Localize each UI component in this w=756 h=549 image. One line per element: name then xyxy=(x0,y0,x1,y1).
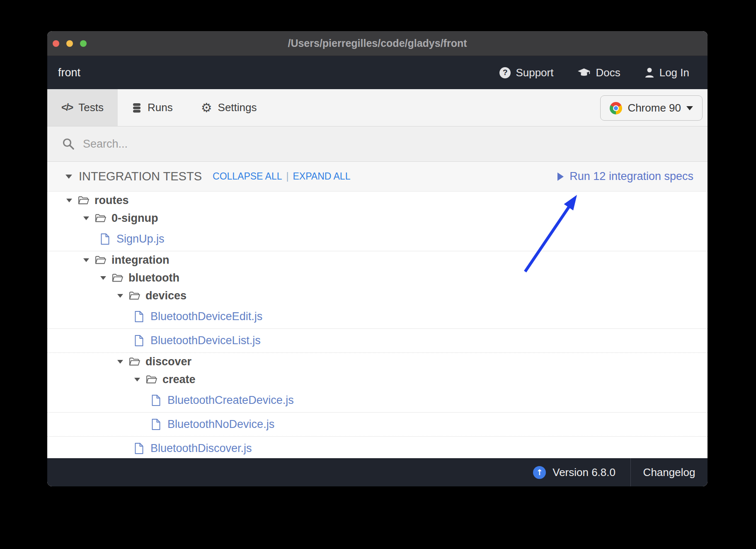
version-label: Version 6.8.0 xyxy=(552,466,615,479)
open-folder-icon xyxy=(78,196,89,205)
play-icon xyxy=(557,172,564,181)
app-navbar: front ? Support Docs xyxy=(47,56,708,89)
folder-caret-icon xyxy=(83,216,89,220)
docs-link[interactable]: Docs xyxy=(577,66,620,79)
search-icon xyxy=(62,138,75,150)
database-icon xyxy=(132,102,142,114)
tree-spec-BluetoothDiscover.js[interactable]: BluetoothDiscover.js xyxy=(47,437,708,458)
expand-all-link[interactable]: EXPAND ALL xyxy=(293,171,351,182)
spec-file-icon xyxy=(134,335,144,347)
spec-file-icon xyxy=(134,442,144,454)
spec-tree: routes 0-signup SignUp.js integration xyxy=(47,192,708,458)
chrome-icon xyxy=(610,102,622,114)
browser-selector[interactable]: Chrome 90 xyxy=(600,95,703,121)
tree-spec-BluetoothNoDevice.js[interactable]: BluetoothNoDevice.js xyxy=(47,413,708,437)
graduation-cap-icon xyxy=(577,68,591,77)
spec-file-name: BluetoothDeviceList.js xyxy=(150,334,261,347)
folder-name: integration xyxy=(111,254,170,267)
folder-caret-icon xyxy=(117,294,123,298)
spec-file-icon xyxy=(100,233,110,245)
project-name: front xyxy=(58,66,80,79)
tab-bar: </> Tests Runs ⚙ Settings Chro xyxy=(47,89,708,126)
tree-folder-create[interactable]: create xyxy=(47,371,708,389)
update-arrow-icon: ↑ xyxy=(533,466,546,479)
folder-caret-icon xyxy=(117,360,123,364)
open-folder-icon xyxy=(95,256,106,265)
tree-folder-devices[interactable]: devices xyxy=(47,287,708,305)
tree-spec-BluetoothCreateDevice.js[interactable]: BluetoothCreateDevice.js xyxy=(47,389,708,413)
browser-selector-label: Chrome 90 xyxy=(628,102,681,114)
folder-caret-icon xyxy=(66,199,72,202)
folder-name: discover xyxy=(145,355,191,368)
section-collapse-caret-icon[interactable] xyxy=(65,175,72,179)
minimize-window-button[interactable] xyxy=(66,40,73,47)
tab-runs-label: Runs xyxy=(148,101,173,114)
open-folder-icon xyxy=(146,375,157,384)
tab-tests-label: Tests xyxy=(78,101,104,114)
folder-caret-icon xyxy=(100,276,106,280)
login-label: Log In xyxy=(659,66,689,79)
open-folder-icon xyxy=(129,292,140,300)
open-folder-icon xyxy=(129,357,140,366)
docs-label: Docs xyxy=(596,66,620,79)
spec-file-name: BluetoothDeviceEdit.js xyxy=(150,310,262,323)
tab-tests[interactable]: </> Tests xyxy=(47,89,118,126)
tree-folder-integration[interactable]: integration xyxy=(47,251,708,269)
tree-spec-BluetoothDeviceEdit.js[interactable]: BluetoothDeviceEdit.js xyxy=(47,305,708,329)
close-window-button[interactable] xyxy=(53,40,59,47)
app-footer: ↑ Version 6.8.0 Changelog xyxy=(47,458,708,486)
spec-section-title: INTEGRATION TESTS xyxy=(79,170,202,183)
version-button[interactable]: ↑ Version 6.8.0 xyxy=(533,466,615,479)
user-icon xyxy=(645,67,654,78)
window-title: /Users/pierregilles/code/gladys/front xyxy=(47,37,708,49)
navbar-links: ? Support Docs xyxy=(499,66,689,79)
spec-file-icon xyxy=(151,394,161,406)
folder-name: 0-signup xyxy=(111,212,158,225)
folder-name: create xyxy=(162,373,196,386)
desktop-background: /Users/pierregilles/code/gladys/front fr… xyxy=(0,0,756,549)
spec-file-name: BluetoothDiscover.js xyxy=(150,442,252,455)
open-folder-icon xyxy=(95,214,106,223)
search-input[interactable] xyxy=(83,138,693,151)
tree-folder-discover[interactable]: discover xyxy=(47,353,708,371)
folder-name: routes xyxy=(94,194,129,207)
search-bar xyxy=(47,126,708,162)
support-link[interactable]: ? Support xyxy=(499,66,553,79)
tab-settings[interactable]: ⚙ Settings xyxy=(187,89,271,126)
spec-file-name: BluetoothCreateDevice.js xyxy=(167,394,294,407)
link-separator: | xyxy=(286,171,289,182)
spec-section-header: INTEGRATION TESTS COLLAPSE ALL | EXPAND … xyxy=(47,162,708,192)
spec-file-icon xyxy=(134,311,144,323)
traffic-lights xyxy=(53,31,87,56)
folder-caret-icon xyxy=(83,258,89,262)
folder-name: devices xyxy=(145,289,187,302)
changelog-label: Changelog xyxy=(643,466,695,479)
tree-spec-SignUp.js[interactable]: SignUp.js xyxy=(47,227,708,251)
tree-spec-BluetoothDeviceList.js[interactable]: BluetoothDeviceList.js xyxy=(47,329,708,353)
code-icon: </> xyxy=(61,102,73,113)
tree-folder-0-signup[interactable]: 0-signup xyxy=(47,209,708,227)
tree-folder-bluetooth[interactable]: bluetooth xyxy=(47,269,708,287)
open-folder-icon xyxy=(112,274,123,282)
tree-folder-routes[interactable]: routes xyxy=(47,192,708,209)
tab-runs[interactable]: Runs xyxy=(118,89,187,126)
support-label: Support xyxy=(516,66,553,79)
login-link[interactable]: Log In xyxy=(645,66,689,79)
zoom-window-button[interactable] xyxy=(80,40,87,47)
folder-name: bluetooth xyxy=(128,272,179,284)
changelog-button[interactable]: Changelog xyxy=(630,458,708,486)
chevron-down-icon xyxy=(686,106,693,110)
gear-icon: ⚙ xyxy=(201,102,212,114)
spec-file-name: BluetoothNoDevice.js xyxy=(167,418,274,431)
app-window: /Users/pierregilles/code/gladys/front fr… xyxy=(47,31,708,486)
folder-caret-icon xyxy=(134,378,140,381)
tab-settings-label: Settings xyxy=(218,101,257,114)
spec-file-name: SignUp.js xyxy=(116,233,165,245)
spec-file-icon xyxy=(151,418,161,430)
question-circle-icon: ? xyxy=(499,67,511,78)
run-integration-specs-button[interactable]: Run 12 integration specs xyxy=(557,170,693,183)
collapse-all-link[interactable]: COLLAPSE ALL xyxy=(213,171,282,182)
run-integration-specs-label: Run 12 integration specs xyxy=(569,170,693,183)
titlebar: /Users/pierregilles/code/gladys/front xyxy=(47,31,708,56)
